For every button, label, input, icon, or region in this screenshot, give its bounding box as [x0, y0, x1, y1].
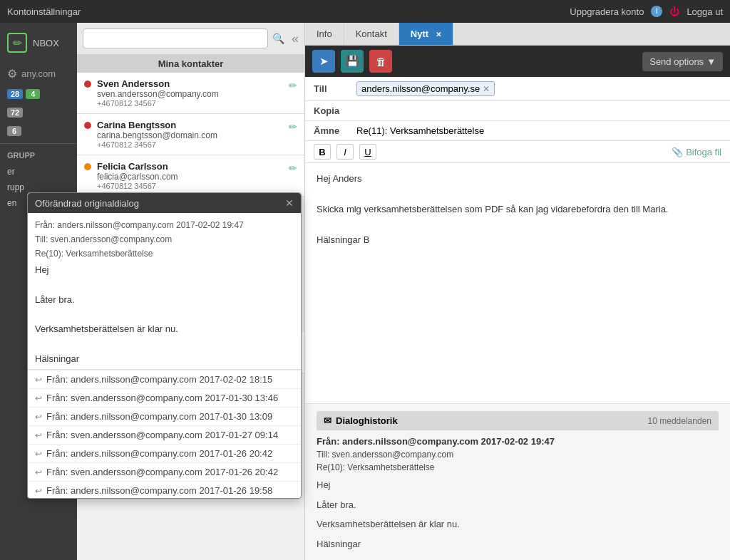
sidebar-divider: [0, 143, 77, 144]
floating-dialog-title: Oförändrad originaldialog: [35, 198, 139, 209]
dialog-list-item-2[interactable]: ↩Från: anders.nilsson@company.com 2017-0…: [28, 407, 301, 425]
contact-email-carina: carina.bengtsson@domain.com: [97, 130, 283, 140]
attach-label: Bifoga fil: [686, 147, 721, 157]
to-value: anders.nilsson@company.se ✕: [356, 81, 721, 96]
badge-28[interactable]: 28: [7, 89, 23, 99]
dialog-list-item-5[interactable]: ↩Från: sven.andersson@company.com 2017-0…: [28, 462, 301, 481]
contact-item-carina[interactable]: Carina Bengtsson carina.bengtsson@domain…: [77, 114, 304, 155]
floating-later: Låter bra.: [35, 293, 294, 308]
tab-kontakt[interactable]: Kontakt: [344, 23, 399, 45]
contact-name-sven: Sven Andersson: [97, 78, 283, 89]
paperclip-icon: 📎: [672, 147, 683, 157]
contact-item-sven[interactable]: Sven Andersson sven.andersson@company.co…: [77, 73, 304, 114]
attach-button[interactable]: 📎 Bifoga fil: [672, 147, 721, 157]
italic-button[interactable]: I: [336, 144, 354, 160]
top-bar: Kontoinställningar Uppgradera konto i ⏻ …: [0, 0, 730, 23]
underline-button[interactable]: U: [359, 144, 376, 160]
recipient-tag[interactable]: anders.nilsson@company.se ✕: [356, 81, 495, 96]
power-icon: ⏻: [669, 6, 679, 17]
body-line2: Skicka mig verksamhetsberättelsen som PD…: [317, 202, 719, 217]
dialog-body-hej: Hej: [317, 475, 719, 495]
floating-hej: Hej: [35, 263, 294, 278]
badge-6[interactable]: 6: [7, 126, 21, 136]
badge-4[interactable]: 4: [26, 89, 40, 99]
reply-arrow-icon: ↩: [35, 375, 42, 385]
reply-arrow-icon: ↩: [35, 467, 42, 477]
sidebar-inbox: ✏ NBOX: [0, 23, 77, 63]
sidebar-group-label: GRUPP: [0, 147, 77, 164]
gear-icon[interactable]: ⚙: [7, 67, 17, 81]
back-arrow-icon[interactable]: «: [292, 31, 299, 46]
floating-dialog-close-icon[interactable]: ✕: [285, 197, 294, 209]
dialog-list-item-3[interactable]: ↩Från: sven.andersson@company.com 2017-0…: [28, 425, 301, 444]
body-line3: Hälsningar B: [317, 233, 719, 248]
tab-nytt[interactable]: Nytt ✕: [399, 23, 453, 45]
info-icon[interactable]: i: [651, 6, 662, 17]
edit-icon-felicia[interactable]: ✏: [289, 162, 297, 174]
floating-dialog-header: Oförändrad originaldialog ✕: [28, 193, 301, 213]
search-icon[interactable]: 🔍: [272, 33, 284, 44]
send-options-button[interactable]: Send options ▼: [642, 52, 723, 71]
contact-item-felicia[interactable]: Felicia Carlsson felicia@carlsson.com +4…: [77, 155, 304, 197]
contact-info-sven: Sven Andersson sven.andersson@company.co…: [97, 78, 283, 108]
contact-phone-sven: +4670812 34567: [97, 99, 283, 108]
inbox-label: NBOX: [33, 38, 59, 48]
floating-re-line: Re(10): Verksamhetsberättelse: [35, 249, 294, 259]
contact-email-felicia: felicia@carlsson.com: [97, 172, 283, 182]
contact-search-bar: 🔍 «: [77, 23, 304, 55]
envelope-icon: ✉: [324, 415, 331, 426]
dialog-history-header: ✉ Dialoghistorik 10 meddelanden: [317, 411, 719, 430]
badge-row-3: 6: [0, 122, 77, 140]
send-button[interactable]: ➤: [312, 50, 335, 73]
sidebar-settings-row: ⚙ any.com: [0, 63, 77, 85]
reply-arrow-icon: ↩: [35, 430, 42, 440]
floating-dialog-content: Från: anders.nilsson@company.com 2017-02…: [28, 213, 301, 370]
dialog-list-item-0[interactable]: ↩Från: anders.nilsson@company.com 2017-0…: [28, 370, 301, 388]
dialog-history-title: ✉ Dialoghistorik: [324, 415, 398, 426]
subject-text[interactable]: Re(11): Verksamhetsberättelse: [356, 125, 484, 136]
dialog-body-anders: Anders: [317, 554, 719, 560]
contact-info-felicia: Felicia Carlsson felicia@carlsson.com +4…: [97, 161, 283, 190]
dialog-list-item-6[interactable]: ↩Från: anders.nilsson@company.com 2017-0…: [28, 481, 301, 498]
contact-phone-felicia: +4670812 34567: [97, 182, 283, 190]
body-line1: Hej Anders: [317, 172, 719, 187]
contact-phone-carina: +4670812 34567: [97, 140, 283, 149]
floating-verksamhet: Verksamhetsberättelsen är klar nu.: [35, 322, 294, 337]
logout-label[interactable]: Logga ut: [687, 6, 723, 17]
account-label: any.com: [21, 68, 56, 79]
dialog-body-halsa: Hälsningar: [317, 534, 719, 554]
dialog-list-item-1[interactable]: ↩Från: sven.andersson@company.com 2017-0…: [28, 388, 301, 407]
dialog-body-later: Låter bra.: [317, 495, 719, 515]
subject-value: Re(11): Verksamhetsberättelse: [356, 125, 721, 136]
dialog-to-line: Till: sven.andersson@company.com: [317, 450, 719, 460]
compose-icon[interactable]: ✏: [7, 33, 27, 53]
save-button[interactable]: 💾: [341, 50, 364, 73]
dialog-from-line: Från: anders.nilsson@company.com 2017-02…: [317, 436, 719, 447]
edit-icon-sven[interactable]: ✏: [289, 80, 297, 91]
reply-arrow-icon: ↩: [35, 412, 42, 422]
subject-field: Ämne Re(11): Verksamhetsberättelse: [305, 121, 730, 141]
dialog-list-item-4[interactable]: ↩Från: anders.nilsson@company.com 2017-0…: [28, 444, 301, 462]
contact-dot-felicia: [84, 163, 91, 170]
recipient-remove-icon[interactable]: ✕: [483, 84, 490, 94]
settings-label[interactable]: Kontoinställningar: [7, 6, 81, 17]
tab-info[interactable]: Info: [305, 23, 344, 45]
contact-name-felicia: Felicia Carlsson: [97, 161, 283, 172]
contact-name-carina: Carina Bengtsson: [97, 120, 283, 130]
delete-button[interactable]: 🗑: [369, 50, 392, 73]
edit-icon-carina[interactable]: ✏: [289, 121, 297, 133]
tab-close-icon[interactable]: ✕: [436, 31, 441, 38]
compose-body[interactable]: Hej Anders Skicka mig verksamhetsberätte…: [305, 163, 730, 403]
badge-72[interactable]: 72: [7, 108, 23, 118]
upgrade-label[interactable]: Uppgradera konto: [570, 6, 644, 17]
format-bar: B I U 📎 Bifoga fil: [305, 141, 730, 163]
reply-arrow-icon: ↩: [35, 393, 42, 403]
tabs-row: Info Kontakt Nytt ✕: [305, 23, 730, 46]
cc-label: Kopia: [314, 105, 356, 116]
sidebar-item-er[interactable]: er: [0, 164, 77, 180]
dialog-count: 10 meddelanden: [648, 416, 711, 426]
search-input[interactable]: [83, 28, 268, 48]
dialog-from-text: Från: anders.nilsson@company.com 2017-02…: [317, 436, 555, 447]
floating-from-line: Från: anders.nilsson@company.com 2017-02…: [35, 220, 294, 230]
bold-button[interactable]: B: [314, 144, 331, 160]
